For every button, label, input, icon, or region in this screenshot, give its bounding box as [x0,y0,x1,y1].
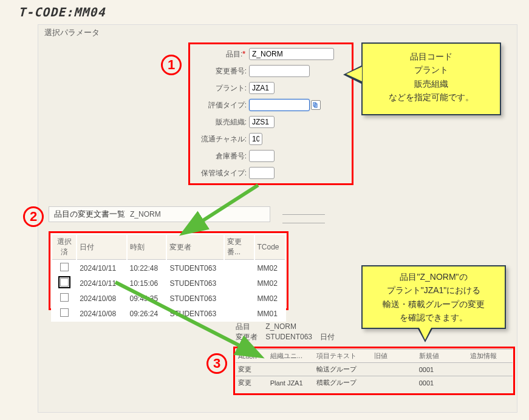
callout-2-line: 輸送・積載グループの変更 [369,297,499,311]
cell-field: 積載グループ [314,376,372,390]
storage-label: 保管域タイプ: [193,168,249,178]
changeno-input[interactable] [249,65,310,77]
step-marker-1: 1 [161,55,182,75]
cell-old [372,376,417,390]
callout-2-line: を確認できます。 [369,311,499,324]
step-marker-2: 2 [23,206,44,227]
svg-line-5 [115,282,258,355]
checkbox[interactable] [60,263,69,271]
decorative-line [282,216,325,223]
selection-form: 品目:* 変更番号: プラント: 評価タイプ: 販売組織: 流通チャネル: 倉庫… [193,47,349,183]
callout-1-tail-fill [346,67,362,81]
cell-action: 変更 [236,376,268,390]
col-info[interactable]: 追加情報 [468,350,513,363]
col-date[interactable]: 日付 [77,235,126,260]
salesorg-input[interactable] [249,116,275,128]
cell-old [372,363,417,376]
callout-1-line: 品目コード [371,50,491,63]
callout-2: 品目"Z_NORM"の プラント"JZA1"における 輸送・積載グループの変更 … [361,265,506,329]
cell-new: 0001 [417,376,468,390]
col-old[interactable]: 旧値 [372,350,417,363]
step-marker-3: 3 [206,353,227,374]
cell-new: 0001 [417,363,468,376]
table-row[interactable]: 変更 Plant JZA1 積載グループ 0001 [236,376,513,390]
whno-input[interactable] [249,150,275,162]
callout-1: 品目コード プラント 販売組織 などを指定可能です。 [361,42,501,115]
cell-date: 2024/10/11 [77,261,126,275]
arrow-1 [152,182,273,243]
plant-label: プラント: [193,83,249,93]
checkbox[interactable] [60,278,69,286]
checkbox[interactable] [60,308,69,317]
salesorg-label: 販売組織: [193,117,249,127]
callout-2-line: 品目"Z_NORM"の [369,270,499,283]
col-selected[interactable]: 選択済 [52,235,76,260]
table-row[interactable]: 2024/10/11 10:22:48 STUDENT063 MM02 [52,261,285,275]
cell-org: Plant JZA1 [268,376,314,390]
changeno-label: 変更番号: [193,66,249,76]
cell-field: 輸送グループ [314,363,372,376]
col-field[interactable]: 項目テキスト [314,350,372,363]
cell-user: STUDENT063 [167,261,224,275]
valtype-label: 評価タイプ: [193,100,249,110]
cell-info [468,376,513,390]
cell-tcode: MM02 [255,261,285,275]
material-input[interactable] [249,48,334,60]
col-new[interactable]: 新規値 [417,350,468,363]
callout-2-line: プラント"JZA1"における [369,283,499,297]
whno-label: 倉庫番号: [193,151,249,161]
page-title: T-CODE:MM04 [18,5,105,19]
distch-label: 流通チャネル: [193,134,249,144]
cell-chgno [225,261,253,275]
valtype-input[interactable] [249,99,310,111]
callout-1-line: 販売組織 [371,77,491,90]
distch-input[interactable] [249,133,262,145]
decorative-line [282,208,325,215]
required-star-icon: * [242,50,247,58]
callout-1-line: プラント [371,63,491,76]
plant-input[interactable] [249,82,275,94]
panel-header: 選択パラメータ [44,25,100,41]
change-list-title: 品目の変更文書一覧 [54,209,125,220]
search-help-icon[interactable] [311,100,321,110]
cell-time: 10:22:48 [128,261,166,275]
checkbox[interactable] [60,293,69,302]
callout-2-tail-fill [418,325,432,340]
storage-input[interactable] [249,167,275,179]
detail-date-label: 日付 [320,333,335,341]
cell-info [468,363,513,376]
material-label: 品目:* [193,49,249,59]
arrow-2 [109,276,279,367]
callout-1-line: などを指定可能です。 [371,90,491,104]
svg-line-3 [185,185,258,232]
